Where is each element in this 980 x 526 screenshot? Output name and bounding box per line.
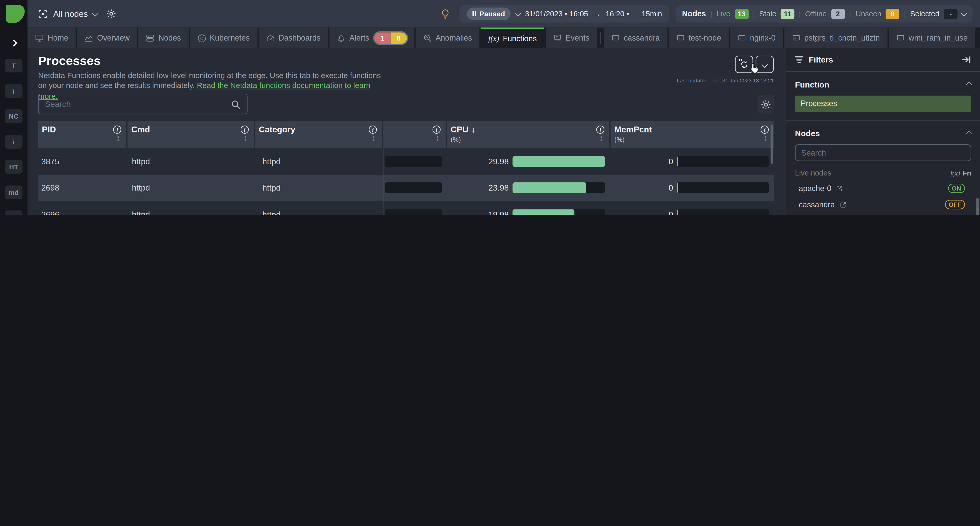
info-icon[interactable]: i <box>241 126 249 133</box>
anomalies-icon <box>423 33 432 42</box>
workspace-ht-4[interactable]: HT <box>5 160 23 174</box>
column-header-mempcnt[interactable]: MemPcnt (%) i <box>611 121 774 148</box>
node-scope-selector[interactable]: All nodes <box>38 8 116 19</box>
tab-anomalies[interactable]: Anomalies <box>415 27 479 48</box>
selected-function[interactable]: Processes <box>795 96 971 112</box>
tab-cassandra[interactable]: cassandra <box>604 27 667 48</box>
nodes-section-header[interactable]: Nodes <box>786 121 980 138</box>
table-body: 3875httpdhttpd29.9802698httpdhttpd23.980… <box>38 148 773 215</box>
tab-events[interactable]: Events <box>546 27 597 48</box>
alert-count-badges: 18 <box>374 32 407 43</box>
column-header-category[interactable]: Category i <box>255 121 383 148</box>
tab-wmi-ram-in-use[interactable]: wmi_ram_in_use <box>889 27 975 48</box>
info-icon[interactable]: i <box>433 126 441 133</box>
fn-state-pill[interactable]: OFF <box>945 200 965 210</box>
play-state-pill[interactable]: Paused <box>467 7 511 20</box>
column-settings-gear-icon[interactable] <box>757 95 774 113</box>
workspace-i-1[interactable]: i <box>5 84 23 98</box>
info-icon[interactable]: i <box>369 126 377 133</box>
last-updated-text: Last updated: Tue, 31 Jan 2023 18:13:21 <box>677 78 774 84</box>
table-row[interactable]: 2698httpdhttpd23.980 <box>38 175 773 201</box>
separator: | <box>710 10 712 18</box>
time-range-start: 31/01/2023 • 16:05 <box>525 10 588 18</box>
refresh-button[interactable] <box>735 56 753 73</box>
separator: | <box>904 10 906 18</box>
nodes-summary[interactable]: Nodes | Live 13 | Stale 11 | Offline 2 |… <box>676 5 973 23</box>
node-list-scrollbar[interactable] <box>976 198 979 215</box>
node-name: apache-0 <box>799 184 832 193</box>
node-filter-item[interactable]: EC2AMAZ-26ODC4TON <box>786 213 980 215</box>
column-menu-icon[interactable] <box>765 136 766 141</box>
table-row[interactable]: 3875httpdhttpd29.980 <box>38 148 773 175</box>
column-header-pid[interactable]: PID i <box>38 121 127 148</box>
column-menu-icon[interactable] <box>117 136 119 141</box>
node-list-meta: Live nodes f(x) Fn <box>786 161 980 178</box>
unseen-count-badge: 0 <box>886 8 900 19</box>
column-header-cpu[interactable]: CPU↓ (%) i <box>447 121 611 148</box>
netdata-logo-icon[interactable] <box>1 2 26 27</box>
search-input[interactable] <box>39 94 247 114</box>
tab-dashboards[interactable]: Dashboards <box>259 27 328 48</box>
node-filter-item[interactable]: apache-0ON <box>786 181 980 197</box>
info-icon[interactable]: i <box>760 126 769 133</box>
news-bulb-icon[interactable] <box>440 8 451 19</box>
tab-alerts[interactable]: Alerts18 <box>329 27 414 48</box>
play-state-label: Paused <box>479 10 505 17</box>
column-menu-icon[interactable] <box>373 136 374 141</box>
cell-clipped-meter <box>383 148 447 175</box>
unseen-label: Unseen <box>856 10 881 18</box>
workspace-i-3[interactable]: i <box>5 135 23 148</box>
sort-desc-icon[interactable]: ↓ <box>472 125 476 134</box>
page-title: Processes <box>38 54 786 68</box>
tab-nodes[interactable]: Nodes <box>138 27 188 48</box>
workspace-md-5[interactable]: md <box>5 185 23 199</box>
mem-value: 0 <box>669 210 673 215</box>
tab-test-node[interactable]: test-node <box>669 27 729 48</box>
cpu-meter-fill <box>512 183 587 193</box>
tab-kubernetes[interactable]: Kubernetes <box>189 27 257 48</box>
workspace-nc-2[interactable]: NC <box>5 110 23 123</box>
mem-meter-bar <box>677 209 769 215</box>
function-section-header[interactable]: Function <box>786 72 980 89</box>
node-icon <box>792 34 800 42</box>
column-menu-icon[interactable] <box>245 136 246 141</box>
column-menu-icon[interactable] <box>437 136 438 141</box>
collapse-panel-icon[interactable] <box>961 54 971 65</box>
column-header-cmd[interactable]: Cmd i <box>127 121 255 148</box>
refresh-options-button[interactable] <box>756 56 774 73</box>
table-row[interactable]: 2696httpdhttpd19.980 <box>38 201 773 215</box>
external-link-icon[interactable] <box>836 185 843 192</box>
scope-gear-icon[interactable] <box>106 9 116 19</box>
filters-panel: Filters Function Processes Nodes Live no… <box>786 48 980 215</box>
workspace-na-6[interactable]: na <box>5 210 23 215</box>
cell-cmd: httpd <box>127 175 255 201</box>
workspace-t-0[interactable]: T <box>5 59 23 72</box>
tab-separator <box>600 32 600 44</box>
time-range-picker[interactable]: Paused 31/01/2023 • 16:05 → 16:20 • 15mi… <box>460 5 670 23</box>
nodes-search-input[interactable] <box>796 145 971 161</box>
chevron-down-icon[interactable] <box>961 10 967 16</box>
column-header-clipped[interactable]: i <box>383 121 447 148</box>
tab-home[interactable]: Home <box>27 27 76 48</box>
tab-pstgrs-tl-cnctn-utlztn[interactable]: pstgrs_tl_cnctn_utlztn <box>784 27 887 48</box>
tab-overview[interactable]: Overview <box>77 27 137 48</box>
mem-meter-fill <box>677 209 678 215</box>
fn-state-pill[interactable]: ON <box>948 184 965 193</box>
chevron-down-icon[interactable] <box>92 10 98 16</box>
node-list: apache-0ONcassandraOFFEC2AMAZ-26ODC4TONi… <box>786 181 980 215</box>
tab-nginx-0[interactable]: nginx-0 <box>730 27 783 48</box>
chevron-down-icon[interactable] <box>515 10 521 16</box>
node-filter-item[interactable]: cassandraOFF <box>786 197 980 213</box>
mem-meter-bar <box>677 183 769 193</box>
stale-count-badge: 11 <box>781 8 794 19</box>
sidebar-expand-icon[interactable] <box>11 37 16 48</box>
column-menu-icon[interactable] <box>600 136 602 141</box>
info-icon[interactable]: i <box>113 126 121 133</box>
alert-badge-crit: 1 <box>374 32 391 43</box>
external-link-icon[interactable] <box>839 201 846 208</box>
vertical-scrollbar[interactable] <box>771 125 773 164</box>
fn-capability: f(x) Fn <box>950 169 971 177</box>
search-icon <box>231 99 242 110</box>
info-icon[interactable]: i <box>596 126 605 133</box>
tab-functions[interactable]: f(x)Functions <box>481 27 544 48</box>
